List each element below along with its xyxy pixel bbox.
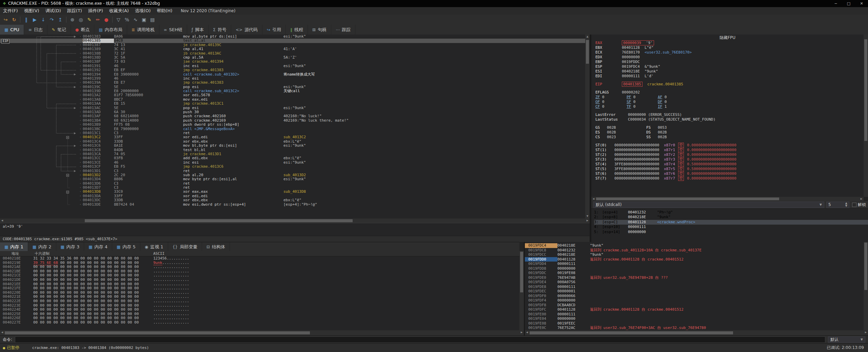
register-esi[interactable]: ESI0040218E"9unk"	[595, 69, 864, 74]
disasm-row[interactable]: •004013893C 41cmp al,4141:'A'	[0, 47, 585, 51]
stack-row[interactable]: 0019FDC800401232返回到 crackme.sub_401128+1…	[525, 248, 864, 253]
scrollbar-thumb[interactable]	[864, 39, 867, 141]
breakpoint-dot[interactable]: •	[78, 165, 83, 169]
tab-notes[interactable]: ✎笔记	[47, 25, 71, 35]
scrollbar-thumb[interactable]	[520, 252, 523, 292]
scroll-down-icon[interactable]: ▼	[585, 214, 590, 219]
manual-icon[interactable]: ▤	[148, 16, 157, 24]
stack-row[interactable]: 0019FDE076E947AB返回到 user32.sub_76E94780+…	[525, 275, 864, 280]
menu-item-2[interactable]: 视图(V)	[21, 7, 42, 15]
dump-horizontal-scrollbar[interactable]: ◀▶	[0, 330, 524, 335]
breakpoint-dot[interactable]: •	[78, 144, 83, 148]
fpu-register-x87r7[interactable]: ST(7)00000000000000000000x87r7空0.0000000…	[595, 176, 864, 181]
register-ebp[interactable]: EBP0019FDDC	[595, 60, 864, 64]
disasm-row[interactable]: •004013CC03FBadd edi,ebxebx:L"ē"	[0, 156, 585, 160]
stack-horizontal-scrollbar[interactable]: ◀▶	[525, 330, 868, 335]
stack-row[interactable]: 0019FDFC00401128返回到 crackme.00401128 自 c…	[525, 307, 864, 312]
argument-row[interactable]: 2:[esp+8]0040218E"9unk"	[594, 215, 868, 220]
disasm-row[interactable]: •004013CFEB F5jmp crackme.4013C6	[0, 165, 585, 169]
menu-item-8[interactable]: 帮助(H)	[154, 7, 175, 15]
stack-row[interactable]: 0019FDF8DCBAABCD	[525, 303, 864, 308]
fpu-register-x87r2[interactable]: ST(2)00000000000000000000x87r2空0.0000000…	[595, 152, 864, 157]
scroll-right-icon[interactable]: ▶	[864, 330, 868, 335]
breakpoint-dot[interactable]: •	[78, 47, 83, 51]
breakpoint-dot[interactable]: •	[78, 182, 83, 186]
argument-row[interactable]: 4:[esp+10]00000111	[594, 225, 868, 229]
scroll-right-icon[interactable]: ▶	[585, 219, 590, 223]
fpu-register-x87r3[interactable]: ST(3)00000000000000000000x87r3空0.0000000…	[595, 157, 864, 162]
tab-memory-2[interactable]: ▦内存 2	[28, 242, 56, 251]
menu-item-5[interactable]: 插件(P)	[85, 7, 106, 15]
breakpoint-dot[interactable]: •	[78, 148, 83, 152]
tab-struct[interactable]: ⊟结构体	[202, 242, 230, 251]
scroll-left-icon[interactable]: ◀	[0, 219, 4, 223]
breakpoint-dot[interactable]: •	[78, 43, 83, 47]
tab-breakpoints[interactable]: ●断点	[71, 25, 94, 35]
filter-icon[interactable]: ▽	[114, 16, 123, 24]
scroll-left-icon[interactable]: ◀	[0, 330, 4, 335]
breakpoint-dot[interactable]: •	[78, 173, 83, 177]
fpu-register-x87r1[interactable]: ST(1)00000000000000000000x87r1空0.0000000…	[595, 148, 864, 152]
tab-cpu[interactable]: ▦CPU	[0, 25, 24, 35]
breakpoint-dot[interactable]: •	[78, 73, 83, 77]
search-icon[interactable]: ◎	[77, 16, 85, 24]
tab-log[interactable]: ≡日志	[24, 25, 47, 35]
breakpoint-dot[interactable]: •	[78, 203, 83, 207]
trace-icon[interactable]: ∿	[131, 16, 140, 24]
breakpoint-dot[interactable]: •	[78, 135, 83, 139]
disassembly-vertical-scrollbar[interactable]: ▲▼	[585, 35, 590, 219]
breakpoint-dot[interactable]: •	[78, 35, 83, 39]
menu-item-6[interactable]: 收藏夹(A)	[106, 7, 132, 15]
scroll-up-icon[interactable]: ▲	[585, 35, 590, 39]
breakpoint-dot[interactable]: •	[78, 64, 83, 68]
scrollbar-thumb[interactable]	[864, 243, 867, 290]
breakpoint-dot[interactable]: •	[78, 106, 83, 110]
dump-row[interactable]: 0040222E00 00 00 00 00 00 00 00 00 00 00…	[0, 299, 519, 304]
tab-handles[interactable]: ⊞句柄	[308, 25, 331, 35]
register-edi[interactable]: EDI00000111L'đ'	[595, 74, 864, 79]
breakpoint-dot[interactable]: •	[78, 119, 83, 123]
pause-icon[interactable]: ‖	[22, 16, 31, 24]
breakpoint-dot[interactable]: •	[78, 161, 83, 165]
scroll-right-icon[interactable]: ▶	[519, 330, 524, 335]
tab-call-stack[interactable]: ≣调用堆栈	[127, 25, 159, 35]
dump-row[interactable]: 004021AE00 00 00 00 00 00 00 00 00 00 00…	[0, 265, 519, 269]
breakpoint-dot[interactable]: •	[78, 140, 83, 144]
stack-row[interactable]: 0019FDCC0040218E"9unk"	[525, 252, 864, 257]
maximize-button[interactable]: □	[842, 0, 855, 7]
breakpoint-dot[interactable]: •	[78, 177, 83, 181]
breakpoint-dot[interactable]: •	[78, 60, 83, 64]
flag-zf[interactable]: ZF 0	[595, 95, 627, 100]
disasm-row[interactable]: •0040138F73 03jae crackme.401394	[0, 60, 585, 64]
dump-row[interactable]: 0040224E00 00 00 00 00 00 00 00 00 00 00…	[0, 308, 519, 312]
flag-of[interactable]: OF 0	[595, 100, 627, 104]
tab-memory-map[interactable]: ▤内存布局	[94, 25, 127, 35]
tab-script[interactable]: ƒ脚本	[187, 25, 209, 35]
stack-row[interactable]: 0019FDDC0019FE08	[525, 271, 864, 275]
stack-row[interactable]: 0019FE0400000000	[525, 316, 864, 321]
stack-row[interactable]: 0019FE0C76E752AC返回到 user32.sub_76E74F00+…	[525, 326, 864, 330]
flag-af[interactable]: AF 0	[658, 95, 689, 100]
register-eax[interactable]: EAX00000039'9'	[595, 41, 864, 45]
highlighting-icon[interactable]: ✏	[94, 16, 102, 24]
fpu-register-x87r4[interactable]: ST(4)3FFE8000000000000000x87r4空0.5000000…	[595, 162, 864, 167]
run-icon[interactable]: ▶	[31, 16, 39, 24]
register-esp[interactable]: ESP0019FDC4&"9unk"	[595, 64, 864, 69]
breakpoint-dot[interactable]: •	[78, 39, 83, 43]
disasm-row[interactable]: •004013C233FFxor edi,edisub_4013C2	[0, 135, 585, 139]
flag-sf[interactable]: SF 0	[627, 100, 658, 104]
settings-icon[interactable]: ⊛	[68, 16, 77, 24]
argument-row[interactable]: 1:[esp+4]00401232"Ph~!@"	[594, 210, 868, 215]
disassembly-horizontal-scrollbar[interactable]: ◀▶	[0, 219, 590, 223]
fpu-register-x87r5[interactable]: ST(5)3FFE8000000000000000x87r5空0.5000000…	[595, 167, 864, 171]
tab-seh[interactable]: ∞SEH链	[159, 25, 187, 35]
scrollbar-thumb[interactable]	[85, 219, 353, 222]
tab-memory-3[interactable]: ▦内存 3	[56, 242, 84, 251]
stack-panel[interactable]: 0019FDC40040218E"9unk"0019FDC800401232返回…	[525, 242, 864, 330]
memory-dump-panel[interactable]: 地址 十六进制 ASCII 0040218E31 32 33 34 35 36 …	[0, 251, 519, 330]
dump-row[interactable]: 004021DE00 00 00 00 00 00 00 00 00 00 00…	[0, 278, 519, 282]
scrollbar-thumb[interactable]	[596, 198, 779, 200]
step-over-icon[interactable]: ↷	[47, 16, 56, 24]
register-edx[interactable]: EDX00000000	[595, 55, 864, 60]
flag-pf[interactable]: PF 0	[627, 95, 658, 100]
